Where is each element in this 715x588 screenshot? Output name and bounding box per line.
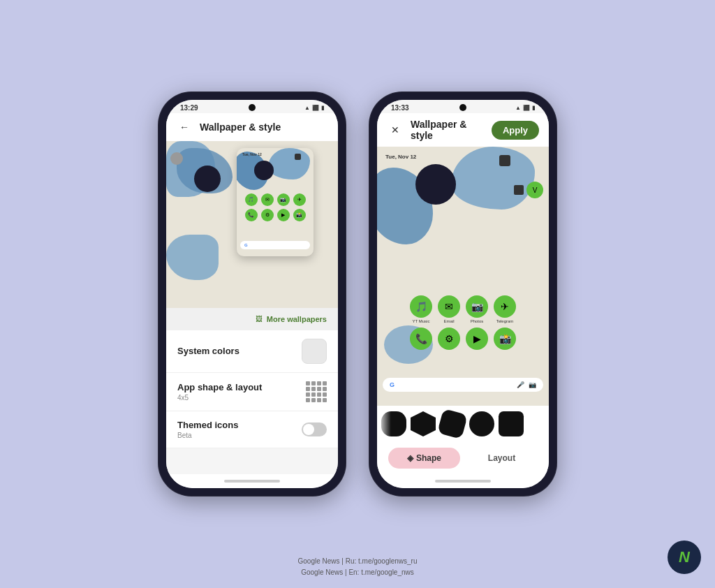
google-n-logo: N xyxy=(668,541,701,574)
icon-settings2: ⚙ xyxy=(438,328,460,350)
vine-icon: V xyxy=(526,182,543,198)
more-wallpapers-row[interactable]: 🖼 More wallpapers xyxy=(166,308,338,330)
status-time-1: 13:29 xyxy=(180,104,198,112)
signal-icon-2: ▲ xyxy=(515,105,521,111)
wp2-shape-dark2 xyxy=(499,155,510,166)
apply-button[interactable]: Apply xyxy=(492,121,539,140)
wp-shape-blue3 xyxy=(166,235,219,280)
icon-telegram: ✈ Telegram xyxy=(494,295,516,323)
battery-icon-1: ▮ xyxy=(321,105,324,111)
app-icon-phone: 📞 xyxy=(245,209,258,221)
footer-line2: Google News | En: t.me/google_nws xyxy=(0,567,715,578)
wp2-shape-blue-top xyxy=(451,147,535,210)
camera-icon: 📷 xyxy=(529,381,536,388)
battery-icon-2: ▮ xyxy=(532,105,535,111)
top-right-icons: V xyxy=(514,182,543,198)
top-bar-1: ← Wallpaper & style xyxy=(166,113,338,141)
themed-icons-toggle[interactable] xyxy=(302,422,327,436)
shape-selector[interactable] xyxy=(377,406,549,442)
phone-1-screen: 13:29 ▲ ⬛ ▮ ← Wallpaper & style xyxy=(166,100,338,488)
more-wallpapers-icon: 🖼 xyxy=(256,315,263,323)
logo-letter: N xyxy=(679,548,690,566)
themed-icons-sub: Beta xyxy=(177,432,302,439)
mic-icon: 🎤 xyxy=(517,381,524,388)
camera-notch-1 xyxy=(249,104,256,111)
system-colors-label: System colors xyxy=(177,346,302,356)
google-g-thumb: G xyxy=(244,243,248,247)
wp-shape-dark xyxy=(194,166,221,192)
phone-1: 13:29 ▲ ⬛ ▮ ← Wallpaper & style xyxy=(158,91,346,497)
tab-bar-2: ◈ Shape Layout xyxy=(377,442,549,474)
shape-tab-label: Shape xyxy=(416,453,441,463)
footer: Google News | Ru: t.me/googlenws_ru Goog… xyxy=(0,556,715,578)
more-wallpapers-label: More wallpapers xyxy=(267,315,327,323)
shape-circle[interactable] xyxy=(469,411,494,436)
bottom-nav-1 xyxy=(166,474,338,488)
home-indicator-1 xyxy=(224,480,280,483)
tab-layout[interactable]: Layout xyxy=(466,448,538,469)
wifi-icon-1: ⬛ xyxy=(312,105,319,111)
status-time-2: 13:33 xyxy=(391,104,409,112)
layout-tab-label: Layout xyxy=(488,453,515,463)
top-bar-2: ✕ Wallpaper & style Apply xyxy=(377,113,549,147)
shape-hexagon[interactable] xyxy=(411,411,436,436)
app-shape-sub: 4x5 xyxy=(177,394,306,402)
app-icon-play: ▶ xyxy=(277,209,290,221)
wp2-date: Tue, Nov 12 xyxy=(385,154,416,160)
wifi-icon-2: ⬛ xyxy=(523,105,530,111)
icon-phone: 📞 xyxy=(410,328,432,350)
signal-icon-1: ▲ xyxy=(304,105,310,111)
bottom-nav-2 xyxy=(377,474,549,488)
wallpaper-preview-1: Tue, Nov 12 🎵 ✉ 📷 ✈ 📞 ⚙ ▶ xyxy=(166,141,338,308)
status-icons-1: ▲ ⬛ ▮ xyxy=(304,105,324,111)
phone-2-screen: 13:33 ▲ ⬛ ▮ ✕ Wallpaper & style Apply xyxy=(377,100,549,488)
phone2-wallpaper: Tue, Nov 12 V 🎵 YT Music xyxy=(377,147,549,406)
icon-photos: 📷 Photos xyxy=(466,295,488,323)
footer-line1: Google News | Ru: t.me/googlenws_ru xyxy=(0,556,715,567)
settings-list-1: 🖼 More wallpapers System colors App shap… xyxy=(166,308,338,475)
tab-shape[interactable]: ◈ Shape xyxy=(388,448,460,469)
wp-shape-gray xyxy=(170,152,183,165)
shape-star[interactable] xyxy=(437,409,468,439)
shape-selector-container xyxy=(377,406,549,442)
icon-music: 🎵 YT Music xyxy=(410,295,432,323)
icon-play2: ▶ xyxy=(466,328,488,350)
toggle-knob xyxy=(303,424,314,435)
status-icons-2: ▲ ⬛ ▮ xyxy=(515,105,535,111)
wp2-shape-dark xyxy=(415,164,456,205)
system-colors-item[interactable]: System colors xyxy=(166,330,338,373)
camera-notch-2 xyxy=(459,104,466,111)
search-bar-thumb: G xyxy=(240,241,310,249)
wp-date-1: Tue, Nov 12 xyxy=(242,152,262,156)
close-button-2[interactable]: ✕ xyxy=(387,122,404,138)
shape-tab-icon: ◈ xyxy=(407,453,413,463)
search-bar-2: G 🎤 📷 xyxy=(383,378,543,392)
app-icon-music: 🎵 xyxy=(245,193,258,206)
shape-squircle[interactable] xyxy=(381,411,406,436)
app-icon-mail: ✉ xyxy=(261,193,274,206)
page-title-2: Wallpaper & style xyxy=(411,119,485,141)
app-icon-camera: 📸 xyxy=(293,209,306,221)
back-button-1[interactable]: ← xyxy=(176,119,193,135)
app-icon-settings: ⚙ xyxy=(261,209,274,221)
icon-camera2: 📸 xyxy=(494,328,516,350)
system-colors-swatch xyxy=(302,339,327,364)
app-icon-telegram: ✈ xyxy=(293,193,306,206)
grid-icon xyxy=(306,381,327,402)
app-shape-label: App shape & layout xyxy=(177,382,306,392)
app-icons-area: 🎵 YT Music ✉ Email 📷 Photos ✈ xyxy=(377,295,549,350)
checkerboard-icon xyxy=(514,185,524,195)
app-shape-item[interactable]: App shape & layout 4x5 xyxy=(166,373,338,411)
wallpaper-thumbnail[interactable]: Tue, Nov 12 🎵 ✉ 📷 ✈ 📞 ⚙ ▶ xyxy=(237,148,314,256)
icon-email: ✉ Email xyxy=(438,295,460,323)
page-title-1: Wallpaper & style xyxy=(200,122,328,133)
shape-rounded[interactable] xyxy=(499,411,524,436)
themed-icons-item[interactable]: Themed icons Beta xyxy=(166,411,338,448)
google-g-2: G xyxy=(390,381,395,388)
phone-2: 13:33 ▲ ⬛ ▮ ✕ Wallpaper & style Apply xyxy=(369,91,557,497)
themed-icons-label: Themed icons xyxy=(177,420,302,430)
home-indicator-2 xyxy=(435,480,491,483)
app-icon-photos: 📷 xyxy=(277,193,290,206)
